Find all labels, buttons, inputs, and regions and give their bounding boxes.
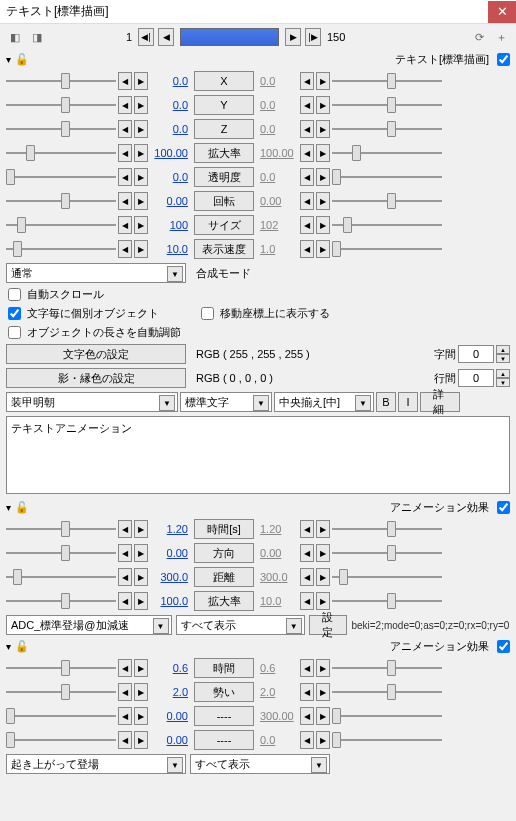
spin-dec-r[interactable]: ◀ <box>300 659 314 677</box>
spin-inc-l[interactable]: ▶ <box>134 520 148 538</box>
collapse-icon[interactable]: ▾ <box>6 502 11 513</box>
spin-dec-l[interactable]: ◀ <box>118 216 132 234</box>
slider-left[interactable] <box>6 96 116 114</box>
slider-left[interactable] <box>6 731 116 749</box>
spin-inc-l[interactable]: ▶ <box>134 568 148 586</box>
spin-dec-l[interactable]: ◀ <box>118 144 132 162</box>
value-right[interactable]: 102 <box>256 219 298 231</box>
value-right[interactable]: 1.0 <box>256 243 298 255</box>
spin-inc-r[interactable]: ▶ <box>316 192 330 210</box>
blend-dropdown[interactable]: 通常 <box>6 263 186 283</box>
spin-dec-r[interactable]: ◀ <box>300 592 314 610</box>
refresh-icon[interactable]: ⟳ <box>470 28 488 46</box>
slider-left[interactable] <box>6 168 116 186</box>
collapse-icon[interactable]: ▾ <box>6 641 11 652</box>
slider-right[interactable] <box>332 120 442 138</box>
value-left[interactable]: 0.6 <box>150 662 192 674</box>
value-left[interactable]: 300.0 <box>150 571 192 583</box>
property-button[interactable]: 時間 <box>194 658 254 678</box>
timeline-slider[interactable] <box>180 28 279 46</box>
spin-inc-r[interactable]: ▶ <box>316 240 330 258</box>
slider-left[interactable] <box>6 216 116 234</box>
lock-icon[interactable]: 🔓 <box>15 640 29 653</box>
spin-dec-l[interactable]: ◀ <box>118 96 132 114</box>
value-right[interactable]: 0.0 <box>256 99 298 111</box>
value-left[interactable]: 0.00 <box>150 547 192 559</box>
spacing-input[interactable] <box>458 369 494 387</box>
value-right[interactable]: 1.20 <box>256 523 298 535</box>
spin-dec-r[interactable]: ◀ <box>300 192 314 210</box>
slider-right[interactable] <box>332 216 442 234</box>
slider-right[interactable] <box>332 72 442 90</box>
section-enable-checkbox[interactable] <box>497 53 510 66</box>
property-button[interactable]: 方向 <box>194 543 254 563</box>
spin-dec-r[interactable]: ◀ <box>300 96 314 114</box>
value-left[interactable]: 0.0 <box>150 171 192 183</box>
spin-inc-r[interactable]: ▶ <box>316 168 330 186</box>
value-right[interactable]: 0.0 <box>256 171 298 183</box>
slider-right[interactable] <box>332 592 442 610</box>
lock-icon[interactable]: 🔓 <box>15 53 29 66</box>
spin-dec-l[interactable]: ◀ <box>118 168 132 186</box>
text-input[interactable]: テキストアニメーション <box>6 416 510 494</box>
spin-dec-l[interactable]: ◀ <box>118 568 132 586</box>
spin-inc-l[interactable]: ▶ <box>134 72 148 90</box>
spin-inc-l[interactable]: ▶ <box>134 216 148 234</box>
slider-left[interactable] <box>6 144 116 162</box>
spin-inc-r[interactable]: ▶ <box>316 96 330 114</box>
slider-left[interactable] <box>6 659 116 677</box>
section-enable-checkbox[interactable] <box>497 501 510 514</box>
property-button[interactable]: 勢い <box>194 682 254 702</box>
add-icon[interactable]: ＋ <box>492 28 510 46</box>
slider-left[interactable] <box>6 568 116 586</box>
spin-inc-l[interactable]: ▶ <box>134 659 148 677</box>
value-right[interactable]: 0.0 <box>256 734 298 746</box>
spin-dec-l[interactable]: ◀ <box>118 72 132 90</box>
spin-up[interactable]: ▲ <box>496 345 510 354</box>
value-right[interactable]: 0.0 <box>256 75 298 87</box>
spin-inc-r[interactable]: ▶ <box>316 731 330 749</box>
spin-dec-r[interactable]: ◀ <box>300 568 314 586</box>
filter-dropdown[interactable]: すべて表示 <box>176 615 305 635</box>
spin-dec-l[interactable]: ◀ <box>118 544 132 562</box>
spin-inc-r[interactable]: ▶ <box>316 683 330 701</box>
slider-right[interactable] <box>332 144 442 162</box>
value-left[interactable]: 0.0 <box>150 99 192 111</box>
spin-dec-l[interactable]: ◀ <box>118 120 132 138</box>
spin-dec-r[interactable]: ◀ <box>300 683 314 701</box>
spin-dec-r[interactable]: ◀ <box>300 72 314 90</box>
spacing-input[interactable] <box>458 345 494 363</box>
slider-left[interactable] <box>6 520 116 538</box>
slider-left[interactable] <box>6 544 116 562</box>
spin-inc-r[interactable]: ▶ <box>316 144 330 162</box>
spin-inc-r[interactable]: ▶ <box>316 707 330 725</box>
property-button[interactable]: 拡大率 <box>194 591 254 611</box>
filter-dropdown[interactable]: すべて表示 <box>190 754 330 774</box>
spin-inc-l[interactable]: ▶ <box>134 240 148 258</box>
option-checkbox[interactable] <box>8 326 21 339</box>
value-left[interactable]: 100.0 <box>150 595 192 607</box>
slider-left[interactable] <box>6 592 116 610</box>
value-left[interactable]: 100 <box>150 219 192 231</box>
value-right[interactable]: 100.00 <box>256 147 298 159</box>
property-button[interactable]: Y <box>194 95 254 115</box>
property-button[interactable]: 透明度 <box>194 167 254 187</box>
next-keyframe-button[interactable]: |▶ <box>305 28 321 46</box>
slider-left[interactable] <box>6 707 116 725</box>
section-enable-checkbox[interactable] <box>497 640 510 653</box>
spin-inc-l[interactable]: ▶ <box>134 683 148 701</box>
slider-left[interactable] <box>6 240 116 258</box>
value-right[interactable]: 0.00 <box>256 195 298 207</box>
spin-dec-l[interactable]: ◀ <box>118 683 132 701</box>
spin-inc-l[interactable]: ▶ <box>134 144 148 162</box>
slider-right[interactable] <box>332 683 442 701</box>
bold-button[interactable]: B <box>376 392 396 412</box>
spin-up[interactable]: ▲ <box>496 369 510 378</box>
property-button[interactable]: 拡大率 <box>194 143 254 163</box>
slider-right[interactable] <box>332 520 442 538</box>
spin-inc-r[interactable]: ▶ <box>316 568 330 586</box>
property-button[interactable]: 表示速度 <box>194 239 254 259</box>
spin-dec-l[interactable]: ◀ <box>118 192 132 210</box>
font-style-dropdown[interactable]: 標準文字 <box>180 392 272 412</box>
slider-right[interactable] <box>332 240 442 258</box>
